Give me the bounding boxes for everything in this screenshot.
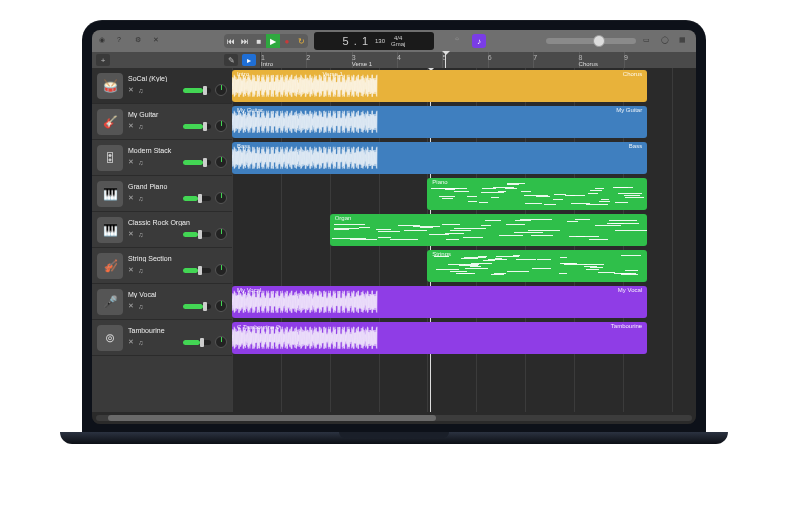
cycle-button[interactable]: ↻ bbox=[294, 34, 308, 48]
track-header[interactable]: 🎸 My Guitar ✕ ♫ bbox=[92, 104, 232, 140]
track-header[interactable]: 🎤 My Vocal ✕ ♫ bbox=[92, 284, 232, 320]
region[interactable]: Organ bbox=[330, 214, 647, 246]
play-button[interactable]: ▶ bbox=[266, 34, 280, 48]
track-lane[interactable]: My GuitarMy Guitar bbox=[232, 104, 696, 140]
record-button[interactable]: ● bbox=[280, 34, 294, 48]
headphone-icon[interactable]: ♫ bbox=[138, 87, 143, 94]
region[interactable]: My VocalMy Vocal bbox=[232, 286, 647, 318]
region-label: Bass bbox=[626, 143, 645, 149]
volume-fader[interactable] bbox=[183, 304, 211, 309]
region[interactable]: Strings bbox=[427, 250, 647, 282]
volume-fader[interactable] bbox=[183, 160, 211, 165]
lcd-display[interactable]: 5 . 1 130 4/4 Gmaj bbox=[314, 32, 434, 50]
drums-icon: 🥁 bbox=[97, 73, 123, 99]
quickhelp-icon[interactable]: ? bbox=[116, 35, 128, 47]
headphone-icon[interactable]: ♫ bbox=[138, 123, 143, 130]
arrangement-marker[interactable]: Verse 1 bbox=[352, 61, 372, 67]
master-volume-slider[interactable] bbox=[546, 38, 636, 44]
pan-knob[interactable] bbox=[215, 228, 227, 240]
headphone-icon[interactable]: ♫ bbox=[138, 159, 143, 166]
track-name: Grand Piano bbox=[128, 183, 227, 190]
mute-button[interactable]: ✕ bbox=[128, 302, 134, 310]
editors-icon[interactable]: ⚙ bbox=[134, 35, 146, 47]
piano-icon: 🎹 bbox=[97, 181, 123, 207]
region[interactable]: C Tambourine ⟳Tambourine bbox=[232, 322, 647, 354]
track-lane[interactable]: Piano bbox=[232, 176, 696, 212]
volume-fader[interactable] bbox=[183, 124, 211, 129]
forward-button[interactable]: ⏭ bbox=[238, 34, 252, 48]
track-lane[interactable]: IntroVerse 1Chorus bbox=[232, 68, 696, 104]
volume-fader[interactable] bbox=[183, 88, 211, 93]
loops-icon[interactable]: ◯ bbox=[660, 35, 672, 47]
track-lane[interactable]: My VocalMy Vocal bbox=[232, 284, 696, 320]
tuner-icon[interactable]: ⌔ bbox=[454, 35, 466, 47]
headphone-icon[interactable]: ♫ bbox=[138, 195, 143, 202]
region-label: Tambourine bbox=[608, 323, 645, 329]
countin-button[interactable]: ♪ bbox=[472, 34, 486, 48]
arrangement-marker[interactable]: Intro bbox=[261, 61, 273, 67]
controls-icon[interactable]: ✕ bbox=[152, 35, 164, 47]
track-header[interactable]: 🎹 Classic Rock Organ ✕ ♫ bbox=[92, 212, 232, 248]
pan-knob[interactable] bbox=[215, 336, 227, 348]
pan-knob[interactable] bbox=[215, 156, 227, 168]
mute-button[interactable]: ✕ bbox=[128, 122, 134, 130]
track-lane[interactable]: Strings bbox=[232, 248, 696, 284]
mute-button[interactable]: ✕ bbox=[128, 266, 134, 274]
track-header[interactable]: 🎛 Modern Stack ✕ ♫ bbox=[92, 140, 232, 176]
track-name: Classic Rock Organ bbox=[128, 219, 227, 226]
notepad-icon[interactable]: ▭ bbox=[642, 35, 654, 47]
track-lane[interactable]: C Tambourine ⟳Tambourine bbox=[232, 320, 696, 356]
volume-fader[interactable] bbox=[183, 196, 211, 201]
headphone-icon[interactable]: ♫ bbox=[138, 231, 143, 238]
bar-ruler[interactable]: 123456789IntroVerse 1Chorus bbox=[260, 52, 692, 68]
headphone-icon[interactable]: ♫ bbox=[138, 303, 143, 310]
track-header[interactable]: ⊚ Tambourine ✕ ♫ bbox=[92, 320, 232, 356]
add-track-button[interactable]: + bbox=[96, 54, 110, 66]
media-icon[interactable]: ▦ bbox=[678, 35, 690, 47]
arrange-area[interactable]: IntroVerse 1ChorusMy GuitarMy GuitarBass… bbox=[232, 68, 696, 412]
track-lane[interactable]: BassBass bbox=[232, 140, 696, 176]
arrangement-marker[interactable]: Chorus bbox=[579, 61, 598, 67]
track-name: Tambourine bbox=[128, 327, 227, 334]
automation-toggle[interactable]: ✎ bbox=[224, 54, 238, 66]
volume-fader[interactable] bbox=[183, 268, 211, 273]
volume-fader[interactable] bbox=[183, 340, 211, 345]
mute-button[interactable]: ✕ bbox=[128, 194, 134, 202]
library-icon[interactable]: ◉ bbox=[98, 35, 110, 47]
horizontal-scrollbar[interactable] bbox=[92, 412, 696, 424]
lcd-key: Gmaj bbox=[391, 41, 405, 47]
mute-button[interactable]: ✕ bbox=[128, 338, 134, 346]
pan-knob[interactable] bbox=[215, 192, 227, 204]
region[interactable]: Piano bbox=[427, 178, 647, 210]
mute-button[interactable]: ✕ bbox=[128, 230, 134, 238]
track-header[interactable]: 🎹 Grand Piano ✕ ♫ bbox=[92, 176, 232, 212]
catch-playhead-toggle[interactable]: ▸ bbox=[242, 54, 256, 66]
track-name: String Section bbox=[128, 255, 227, 262]
volume-fader[interactable] bbox=[183, 232, 211, 237]
headphone-icon[interactable]: ♫ bbox=[138, 267, 143, 274]
track-name: SoCal (Kyle) bbox=[128, 75, 227, 82]
headphone-icon[interactable]: ♫ bbox=[138, 339, 143, 346]
track-header[interactable]: 🥁 SoCal (Kyle) ✕ ♫ bbox=[92, 68, 232, 104]
stop-button[interactable]: ■ bbox=[252, 34, 266, 48]
lcd-position: 5 . 1 bbox=[343, 35, 369, 47]
region[interactable]: BassBass bbox=[232, 142, 647, 174]
track-header[interactable]: 🎻 String Section ✕ ♫ bbox=[92, 248, 232, 284]
playhead[interactable] bbox=[445, 52, 446, 68]
master-volume-knob[interactable] bbox=[593, 35, 605, 47]
mute-button[interactable]: ✕ bbox=[128, 86, 134, 94]
toolbar-right-group: ▭ ◯ ▦ bbox=[642, 35, 690, 47]
region[interactable]: My GuitarMy Guitar bbox=[232, 106, 647, 138]
pan-knob[interactable] bbox=[215, 300, 227, 312]
pan-knob[interactable] bbox=[215, 264, 227, 276]
synth-icon: 🎛 bbox=[97, 145, 123, 171]
pan-knob[interactable] bbox=[215, 84, 227, 96]
pan-knob[interactable] bbox=[215, 120, 227, 132]
mute-button[interactable]: ✕ bbox=[128, 158, 134, 166]
scrollbar-thumb[interactable] bbox=[108, 415, 436, 421]
region[interactable]: IntroVerse 1Chorus bbox=[232, 70, 647, 102]
rewind-button[interactable]: ⏮ bbox=[224, 34, 238, 48]
control-row: + ✎ ▸ 123456789IntroVerse 1Chorus bbox=[92, 52, 696, 68]
region-label: Organ bbox=[332, 215, 355, 221]
track-lane[interactable]: Organ bbox=[232, 212, 696, 248]
